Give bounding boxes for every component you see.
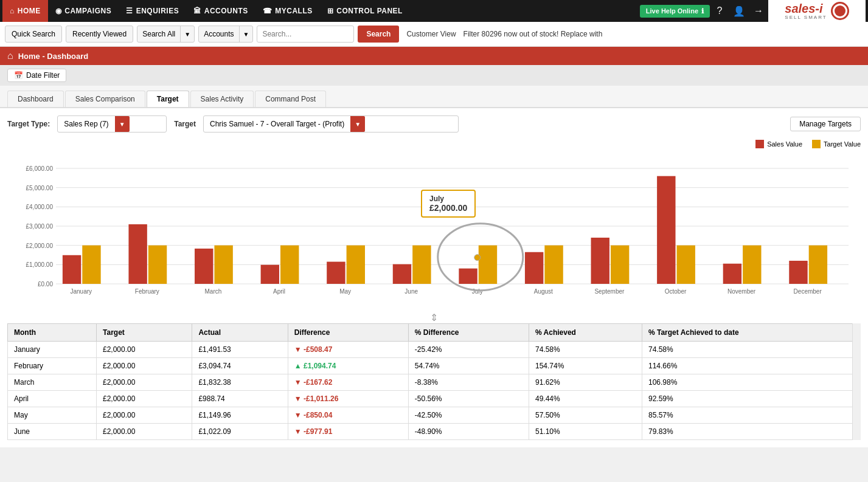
- svg-text:£2,000.00: £2,000.00: [26, 243, 54, 249]
- table-scrollbar[interactable]: [852, 323, 861, 440]
- legend-target-swatch: [812, 140, 821, 148]
- svg-text:May: May: [339, 288, 351, 295]
- cell-month: June: [8, 424, 97, 440]
- cell-target: £2,000.00: [97, 424, 192, 440]
- nav-enquiries[interactable]: ☰ ENQUIRIES: [119, 0, 186, 22]
- col-target: Target: [97, 324, 192, 342]
- cell-diff-pct: -42.50%: [408, 407, 529, 424]
- nav-home[interactable]: ⌂ HOME: [2, 0, 48, 22]
- accounts-dropdown[interactable]: Accounts ▼: [198, 26, 253, 43]
- svg-rect-44: [723, 264, 741, 284]
- svg-rect-39: [611, 246, 629, 284]
- svg-text:£3,000.00: £3,000.00: [26, 223, 54, 230]
- svg-rect-27: [347, 246, 365, 284]
- target-type-dropdown[interactable]: Sales Rep (7) ▼: [57, 115, 167, 133]
- main-content: Target Type: Sales Rep (7) ▼ Target Chri…: [0, 108, 868, 447]
- table-row: June £2,000.00 £1,022.09 ▼ -£977.91 -48.…: [8, 424, 861, 440]
- svg-text:£4,000.00: £4,000.00: [26, 204, 54, 210]
- search-go-button[interactable]: Search: [358, 26, 399, 43]
- chart-legend: Sales Value Target Value: [7, 140, 861, 148]
- tab-target[interactable]: Target: [147, 91, 189, 107]
- forward-button[interactable]: →: [749, 1, 768, 21]
- legend-sales-value: Sales Value: [755, 140, 802, 148]
- quick-search-button[interactable]: Quick Search: [5, 26, 62, 43]
- tab-command-post[interactable]: Command Post: [255, 91, 326, 107]
- cell-actual: £1,149.96: [192, 407, 288, 424]
- cell-actual: £988.74: [192, 391, 288, 407]
- table-row: January £2,000.00 £1,491.53 ▼ -£508.47 -…: [8, 342, 861, 358]
- svg-text:£1,000.00: £1,000.00: [26, 261, 54, 268]
- table-header-row: Month Target Actual Difference % Differe…: [8, 324, 861, 342]
- date-filter-button[interactable]: 📅 Date Filter: [7, 69, 66, 82]
- svg-rect-45: [743, 246, 761, 284]
- svg-rect-24: [280, 246, 299, 284]
- logo: sales-i SELL SMART: [768, 0, 866, 22]
- nav-campaigns[interactable]: ◉ CAMPAIGNS: [48, 0, 119, 22]
- cell-diff: ▼ -£1,011.26: [288, 391, 408, 407]
- live-help-button[interactable]: Live Help Online ℹ: [640, 5, 710, 18]
- cell-diff-pct: -25.42%: [408, 342, 529, 358]
- cell-actual: £3,094.74: [192, 358, 288, 374]
- svg-rect-38: [591, 238, 609, 284]
- target-type-label: Target Type:: [7, 120, 50, 128]
- cell-target-to-date: 85.57%: [642, 407, 860, 424]
- svg-rect-48: [809, 246, 827, 284]
- tab-sales-comparison[interactable]: Sales Comparison: [65, 91, 145, 107]
- svg-rect-18: [148, 246, 167, 284]
- svg-rect-30: [412, 246, 431, 284]
- legend-target-value: Target Value: [812, 140, 861, 148]
- tab-dashboard[interactable]: Dashboard: [7, 91, 64, 107]
- cell-target-to-date: 106.98%: [642, 374, 860, 391]
- nav-accounts-label: ACCOUNTS: [204, 7, 248, 15]
- cell-diff: ▼ -£167.62: [288, 374, 408, 391]
- manage-targets-button[interactable]: Manage Targets: [790, 117, 861, 131]
- customer-view-button[interactable]: Customer View: [403, 27, 459, 41]
- recently-viewed-button[interactable]: Recently Viewed: [66, 26, 133, 43]
- cell-target-to-date: 74.58%: [642, 342, 860, 358]
- cell-actual: £1,022.09: [192, 424, 288, 440]
- svg-rect-42: [677, 246, 695, 284]
- nav-accounts[interactable]: 🏛 ACCOUNTS: [186, 0, 255, 22]
- table-row: March £2,000.00 £1,832.38 ▼ -£167.62 -8.…: [8, 374, 861, 391]
- search-input[interactable]: [257, 26, 354, 43]
- col-month: Month: [8, 324, 97, 342]
- svg-rect-21: [214, 246, 232, 284]
- legend-sales-label: Sales Value: [767, 140, 802, 148]
- svg-rect-14: [63, 255, 81, 284]
- tab-sales-activity[interactable]: Sales Activity: [190, 91, 254, 107]
- cell-month: May: [8, 407, 97, 424]
- cell-target-to-date: 92.59%: [642, 391, 860, 407]
- help-button[interactable]: ?: [710, 1, 729, 21]
- svg-rect-15: [82, 246, 100, 284]
- cell-target: £2,000.00: [97, 407, 192, 424]
- nav-controlpanel-label: CONTROL PANEL: [336, 7, 403, 15]
- cell-target: £2,000.00: [97, 342, 192, 358]
- breadcrumb-home-icon: ⌂: [7, 50, 13, 61]
- table-row: April £2,000.00 £988.74 ▼ -£1,011.26 -50…: [8, 391, 861, 407]
- svg-text:£6,000.00: £6,000.00: [26, 165, 54, 172]
- svg-rect-20: [195, 249, 213, 284]
- target-dropdown[interactable]: Chris Samuel - 7 - Overall Target - (Pro…: [203, 115, 459, 133]
- controlpanel-icon: ⊞: [327, 7, 334, 15]
- nav-controlpanel[interactable]: ⊞ CONTROL PANEL: [320, 0, 410, 22]
- user-button[interactable]: 👤: [729, 1, 749, 21]
- svg-rect-47: [789, 261, 807, 284]
- cell-achieved: 154.74%: [529, 358, 642, 374]
- search-all-dropdown[interactable]: Search All ▼: [137, 26, 195, 43]
- target-arrow: ▼: [350, 116, 365, 132]
- svg-text:August: August: [534, 288, 553, 295]
- cell-diff: ▼ -£977.91: [288, 424, 408, 440]
- svg-text:June: June: [404, 288, 418, 295]
- svg-text:December: December: [794, 288, 822, 295]
- svg-rect-32: [459, 269, 477, 284]
- breadcrumb-bar: ⌂ Home - Dashboard: [0, 47, 868, 65]
- legend-sales-swatch: [755, 140, 764, 148]
- target-value: Chris Samuel - 7 - Overall Target - (Pro…: [204, 120, 350, 128]
- svg-rect-35: [525, 252, 543, 284]
- cell-achieved: 49.44%: [529, 391, 642, 407]
- search-bar: Quick Search Recently Viewed Search All …: [0, 22, 868, 47]
- legend-target-label: Target Value: [824, 140, 861, 148]
- svg-rect-26: [327, 262, 345, 284]
- resize-handle[interactable]: ⇕: [7, 311, 861, 323]
- nav-mycalls[interactable]: ☎ MYCALLS: [255, 0, 320, 22]
